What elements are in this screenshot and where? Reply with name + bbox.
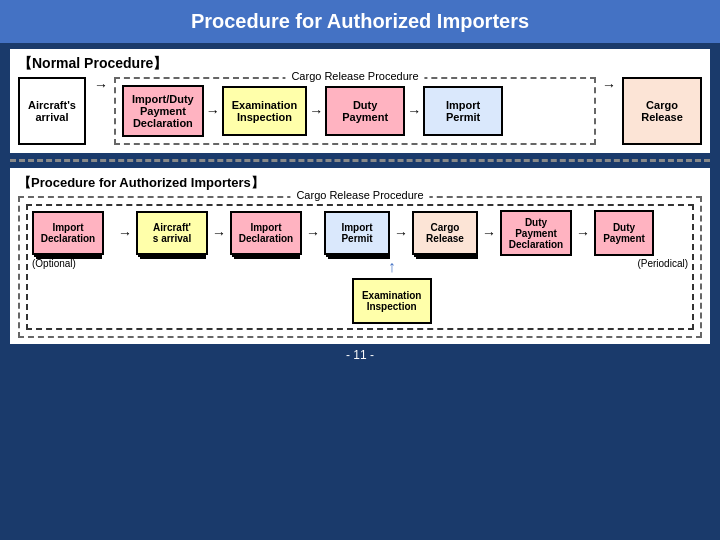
aircraft-front: Aircraft's arrival: [136, 211, 208, 255]
cargo-stack: CargoRelease: [412, 211, 478, 255]
auth-flow-row: ImportDeclaration → Aircraft's arrival →: [32, 210, 688, 256]
import-permit-box: Import Permit: [423, 86, 503, 136]
import-permit-stack: ImportPermit: [324, 211, 390, 255]
cargo-front: CargoRelease: [412, 211, 478, 255]
aircraft-stack: Aircraft's arrival: [136, 211, 208, 255]
exam-box-row: ↑ ExaminationInspection: [352, 258, 432, 324]
title-text: Procedure for Authorized Importers: [191, 10, 529, 32]
auth-cargo-release-container: Cargo Release Procedure ImportDeclaratio…: [18, 196, 702, 338]
normal-flow: Import/Duty Payment Declaration → Examin…: [122, 85, 588, 137]
normal-procedure-section: 【Normal Procedure】 Aircraft's arrival → …: [10, 49, 710, 153]
auth-arrow-4: →: [394, 225, 408, 241]
main-container: Procedure for Authorized Importers 【Norm…: [0, 0, 720, 540]
duty-payment-auth-box: DutyPayment: [594, 210, 654, 256]
arrow-3: →: [309, 103, 323, 119]
auth-inner-border: ImportDeclaration → Aircraft's arrival →: [26, 204, 694, 330]
cargo-release-box: Cargo Release: [622, 77, 702, 145]
arrow-5: →: [602, 77, 616, 145]
examination-box: Examination Inspection: [222, 86, 307, 136]
duty-payment-decl-box: DutyPaymentDeclaration: [500, 210, 572, 256]
auth-arrow-1: →: [118, 225, 132, 241]
page-title: Procedure for Authorized Importers: [0, 0, 720, 43]
up-arrow-icon: ↑: [388, 258, 396, 276]
import2-front: ImportDeclaration: [230, 211, 302, 255]
arrow-4: →: [407, 103, 421, 119]
cargo-release-container: Cargo Release Procedure Import/Duty Paym…: [114, 77, 596, 145]
arrow-1: →: [94, 77, 108, 145]
import-duty-box: Import/Duty Payment Declaration: [122, 85, 204, 137]
permit-front: ImportPermit: [324, 211, 390, 255]
auth-cargo-label: Cargo Release Procedure: [290, 189, 429, 201]
auth-section: 【Procedure for Authorized Importers】 Car…: [10, 168, 710, 344]
exam-area: ↑ ExaminationInspection: [146, 256, 638, 324]
exam-inspection-box: ExaminationInspection: [352, 278, 432, 324]
import-decl-stack: ImportDeclaration: [32, 211, 104, 255]
auth-arrow-6: →: [576, 225, 590, 241]
import-decl-front: ImportDeclaration: [32, 211, 104, 255]
cargo-release-label: Cargo Release Procedure: [285, 70, 424, 82]
arrow-2: →: [206, 103, 220, 119]
optional-label: (Optional): [32, 258, 76, 269]
duty-payment-box: Duty Payment: [325, 86, 405, 136]
periodical-label: (Periodical): [637, 258, 688, 269]
import2-stack: ImportDeclaration: [230, 211, 302, 255]
bottom-row: (Optional) ↑ ExaminationInspection (Peri…: [32, 256, 688, 324]
auth-arrow-5: →: [482, 225, 496, 241]
page-number: - 11 -: [0, 348, 720, 362]
auth-arrow-2: →: [212, 225, 226, 241]
aircraft-arrival-box: Aircraft's arrival: [18, 77, 86, 145]
auth-arrow-3: →: [306, 225, 320, 241]
